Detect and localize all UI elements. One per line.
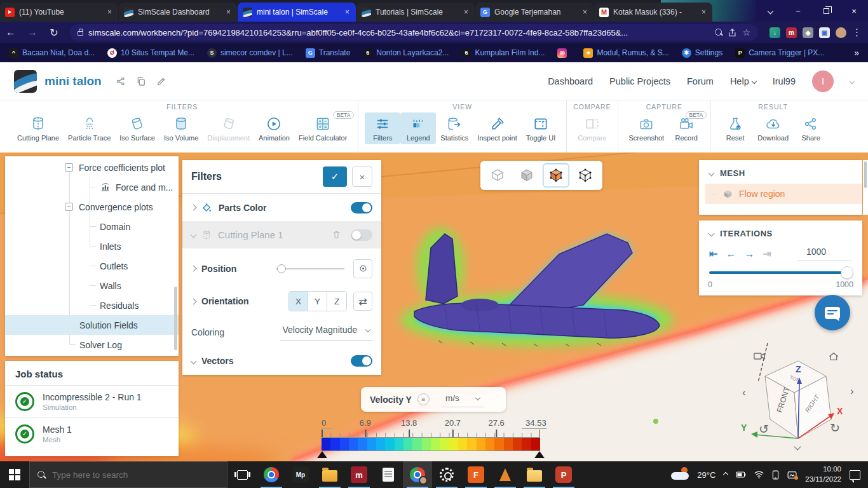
roll-cw-icon[interactable]: ↻ (830, 421, 840, 435)
refresh-button[interactable]: ↻ (43, 27, 65, 39)
reset-button[interactable]: Reset (717, 112, 753, 144)
toggle-ui-button[interactable]: Toggle UI (522, 112, 560, 144)
legend-menu-icon[interactable]: ≡ (417, 393, 430, 405)
tab-mini-talon-active[interactable]: mini talon | SimScale × (238, 3, 356, 22)
center-target-button[interactable] (353, 259, 372, 278)
taskbar-fusion360[interactable]: F (461, 461, 491, 488)
user-avatar[interactable]: I (812, 71, 834, 92)
back-button[interactable]: ← (0, 27, 22, 38)
navigation-cube[interactable]: FRONT RIGHT TOP Z X Y (737, 348, 868, 454)
tab-google-translate[interactable]: G Google Terjemahan × (475, 3, 593, 22)
tree-item-solver-log[interactable]: Solver Log (5, 335, 179, 355)
scale-tick-max[interactable]: 34.53 (522, 418, 546, 429)
tab-youtube[interactable]: (11) YouTube × (0, 3, 118, 22)
profile-avatar-icon[interactable] (836, 27, 846, 38)
nav-dashboard[interactable]: Dashboard (548, 76, 593, 86)
tab-gmail-inbox[interactable]: M Kotak Masuk (336) - × (594, 3, 712, 22)
taskbar-file-explorer[interactable] (315, 461, 344, 488)
axis-z-button[interactable]: Z (327, 292, 346, 311)
minimize-button[interactable]: − (784, 0, 812, 22)
chevron-right-icon[interactable] (191, 266, 197, 272)
share-project-icon[interactable] (116, 76, 126, 86)
axis-x-button-selected[interactable]: X (289, 292, 308, 311)
right-scrollbar[interactable] (863, 160, 868, 215)
animation-button[interactable]: Animation (254, 112, 294, 144)
record-button[interactable]: BETA Record (668, 112, 704, 144)
tree-item-force-and-moment[interactable]: Force and m... (5, 177, 179, 197)
slider-handle[interactable] (841, 266, 853, 279)
close-panel-button[interactable]: × (352, 166, 372, 187)
bookmark-item-instagram[interactable]: ◎ (557, 48, 571, 58)
filters-button-selected[interactable]: Filters (365, 112, 400, 144)
action-center-icon[interactable] (850, 470, 860, 480)
particle-trace-button[interactable]: Particle Trace (64, 112, 115, 144)
nav-forum[interactable]: Forum (687, 76, 714, 86)
temperature[interactable]: 29°C (697, 470, 715, 480)
tree-item-force-coefficients-plot[interactable]: −Force coefficients plot (5, 158, 179, 177)
url-text[interactable]: simscale.com/workbench/?pid=769421984210… (88, 28, 628, 37)
legend-button-selected[interactable]: Legend (400, 112, 436, 144)
cutting-plane-toggle-off[interactable] (351, 229, 372, 241)
trash-icon[interactable] (331, 229, 342, 240)
bookmarks-overflow-icon[interactable]: » (854, 48, 859, 58)
job-row-mesh[interactable]: ✓ Mesh 1 Mesh (5, 418, 179, 450)
chevron-right-icon[interactable] (191, 205, 197, 211)
tray-expand-chevron[interactable] (724, 473, 728, 477)
tree-item-walls[interactable]: Walls (5, 276, 179, 295)
start-button[interactable] (0, 461, 29, 488)
wireframe-cube-button[interactable] (484, 163, 511, 187)
forward-button[interactable]: → (22, 27, 43, 38)
tree-item-outlets[interactable]: Outlets (5, 256, 179, 276)
iso-surface-button[interactable]: Iso Surface (115, 112, 159, 144)
axis-y-button[interactable]: Y (308, 292, 327, 311)
bookmark-item[interactable]: GTranslate (306, 48, 351, 58)
tab-search-chevron-icon[interactable] (756, 0, 784, 22)
simscale-logo[interactable] (14, 70, 37, 93)
iteration-slider[interactable] (709, 271, 852, 274)
tree-item-solution-fields-selected[interactable]: Solution Fields (5, 315, 179, 335)
taskbar-mendeley-desktop[interactable]: Mp (286, 461, 315, 488)
battery-icon[interactable] (736, 471, 746, 478)
bookmark-item[interactable]: ∗Modul, Rumus, & S... (583, 48, 668, 58)
roll-ccw-icon[interactable]: ↺ (759, 422, 769, 437)
share-result-button[interactable]: Share (793, 112, 829, 144)
puzzle-extension-icon[interactable]: ◆ (803, 27, 813, 38)
next-iteration-button[interactable]: → (744, 248, 754, 260)
zoom-icon[interactable] (715, 29, 722, 36)
vectors-row[interactable]: Vectors (182, 348, 381, 375)
iteration-value[interactable]: 1000 (797, 247, 852, 261)
collapse-icon[interactable]: − (65, 203, 73, 211)
nav-help[interactable]: Help (730, 76, 756, 86)
taskbar-clock[interactable]: 10:00 23/11/2022 (805, 464, 841, 484)
collapse-chevron-icon[interactable] (709, 231, 715, 237)
collapse-chevron-icon[interactable] (709, 170, 715, 177)
tab-close-icon[interactable]: × (225, 8, 232, 17)
iso-volume-button[interactable]: Iso Volume (159, 112, 203, 144)
taskbar-vlc[interactable] (491, 461, 520, 488)
scale-min-marker[interactable] (317, 451, 327, 458)
taskbar-chrome-active-window[interactable] (403, 461, 432, 488)
surfaces-edges-cube-button[interactable] (572, 163, 599, 187)
search-input[interactable] (52, 470, 198, 480)
vectors-toggle-on[interactable] (351, 355, 372, 367)
apply-button[interactable]: ✓ (323, 166, 347, 187)
chevron-right-icon[interactable] (191, 298, 197, 304)
cutting-plane-1-row[interactable]: Cutting Plane 1 (182, 221, 381, 248)
scale-max-marker[interactable] (534, 451, 545, 458)
tab-close-icon[interactable]: × (581, 8, 588, 17)
bookmark-item[interactable]: ^Bacaan Niat, Doa d... (9, 48, 95, 58)
taskbar-onedrive-folder[interactable] (520, 461, 549, 488)
previous-iteration-button[interactable]: ← (726, 248, 736, 260)
restore-button[interactable] (812, 0, 840, 22)
parts-color-row[interactable]: Parts Color (182, 194, 381, 221)
browser-menu-icon[interactable]: ⋮ (852, 27, 862, 38)
tree-item-residuals[interactable]: Residuals (5, 295, 179, 315)
taskbar-search[interactable] (29, 461, 227, 488)
lock-icon[interactable] (78, 31, 83, 36)
collapse-icon[interactable]: − (65, 163, 73, 172)
phone-link-icon[interactable] (772, 470, 779, 480)
last-iteration-button[interactable]: ⇥ (763, 248, 771, 260)
bookmark-star-icon[interactable]: ☆ (742, 27, 750, 37)
rotate-right-chevron[interactable]: › (850, 385, 854, 398)
viewport-camera-icon[interactable] (754, 352, 765, 360)
